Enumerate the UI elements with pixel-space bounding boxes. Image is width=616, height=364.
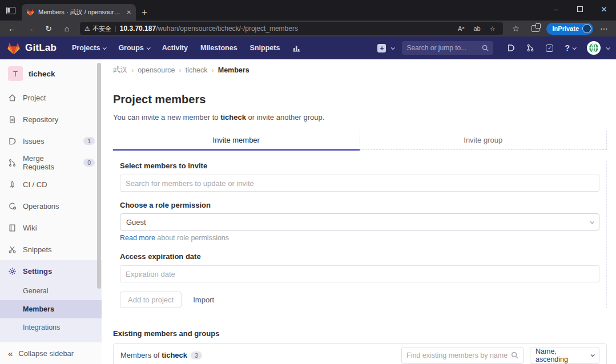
favorites-icon[interactable]: ☆: [508, 22, 525, 35]
nav-milestones[interactable]: Milestones: [195, 44, 243, 52]
read-more-link[interactable]: Read more: [120, 234, 155, 242]
home-button[interactable]: ⌂: [58, 22, 75, 35]
inprivate-badge[interactable]: InPrivate: [546, 23, 593, 35]
security-chip[interactable]: ⚠ 不安全: [84, 25, 111, 33]
sidebar-item-repository[interactable]: Repository: [0, 108, 102, 130]
nav-projects-label: Projects: [72, 44, 100, 52]
close-window-button[interactable]: ✕: [592, 0, 616, 18]
brand-name: GitLab: [25, 42, 57, 54]
nav-statistics[interactable]: [287, 44, 306, 52]
select-members-label: Select members to invite: [120, 161, 599, 170]
maximize-button[interactable]: [568, 0, 592, 18]
nav-activity-label: Activity: [162, 44, 188, 52]
find-members-input[interactable]: [406, 351, 508, 359]
chevron-down-icon: [391, 46, 395, 50]
subtitle-suffix: or invite another group.: [246, 113, 324, 122]
url-host: 10.3.70.187: [120, 25, 156, 33]
browser-toolbar: ← → ↻ ⌂ ⚠ 不安全 | 10.3.70.187/wuhan/openso…: [0, 21, 616, 37]
sidebar-item-settings[interactable]: Settings: [0, 260, 102, 282]
sidebar-item-label: Repository: [23, 115, 95, 124]
help-menu-button[interactable]: ?: [560, 43, 580, 52]
project-name: ticheck: [29, 70, 55, 78]
sub-item-label: Members: [23, 305, 54, 313]
nav-snippets-label: Snippets: [250, 44, 280, 52]
collections-icon[interactable]: [527, 22, 544, 35]
user-avatar: [587, 41, 601, 55]
sidebar-item-merge-requests[interactable]: Merge Requests 0: [0, 152, 102, 173]
add-to-project-button[interactable]: Add to project: [120, 292, 182, 308]
tab-close-icon[interactable]: ✕: [127, 9, 131, 15]
forward-button[interactable]: →: [22, 22, 39, 35]
address-bar[interactable]: ⚠ 不安全 | 10.3.70.187/wuhan/opensource/tic…: [80, 22, 503, 35]
todo-icon: ✓: [546, 45, 553, 52]
todos-button[interactable]: ✓: [541, 45, 558, 52]
collapse-label: Collapse sidebar: [18, 349, 74, 358]
chevron-down-icon: [103, 46, 107, 50]
nav-snippets[interactable]: Snippets: [245, 44, 285, 52]
tab-actions-icon: [6, 7, 15, 14]
nav-activity[interactable]: Activity: [157, 44, 193, 52]
find-members-field[interactable]: [401, 347, 524, 364]
sidebar-item-project[interactable]: Project: [0, 87, 102, 108]
toolbar-right: ☆ InPrivate ⋯: [508, 22, 613, 35]
sidebar-item-label: Issues: [23, 137, 77, 145]
members-search-input[interactable]: [120, 175, 599, 192]
merge-requests-button[interactable]: [522, 44, 539, 52]
search-icon: [511, 351, 518, 359]
chevron-down-icon: [606, 46, 610, 50]
browser-menu-icon[interactable]: ⋯: [595, 22, 613, 35]
refresh-button[interactable]: ↻: [40, 22, 57, 35]
search-placeholder: Search or jump to...: [406, 44, 478, 52]
sidebar-item-snippets[interactable]: Snippets: [0, 238, 102, 260]
import-button[interactable]: Import: [191, 292, 216, 308]
rocket-icon: [8, 180, 17, 189]
sidebar-item-cicd[interactable]: CI / CD: [0, 173, 102, 195]
settings-sub-general[interactable]: General: [0, 282, 102, 300]
tab-invite-member[interactable]: Invite member: [113, 131, 360, 151]
read-aloud-icon[interactable]: Aᵃ: [455, 25, 467, 32]
chevron-down-icon: [146, 46, 150, 50]
sort-dropdown[interactable]: Name, ascending: [530, 347, 599, 364]
back-button[interactable]: ←: [3, 22, 21, 35]
settings-sub-integrations[interactable]: Integrations: [0, 318, 102, 337]
sidebar-item-label: Snippets: [23, 245, 95, 254]
project-context[interactable]: T ticheck: [0, 59, 102, 87]
help-icon: ?: [565, 43, 570, 52]
tab-actions-button[interactable]: [0, 0, 22, 21]
minimize-button[interactable]: –: [544, 0, 568, 18]
new-tab-button[interactable]: +: [136, 4, 153, 21]
tab-invite-group[interactable]: Invite group: [360, 131, 607, 149]
sidebar-item-wiki[interactable]: Wiki: [0, 217, 102, 238]
breadcrumb-subgroup[interactable]: opensource: [138, 66, 175, 74]
gitlab-logo[interactable]: GitLab: [7, 42, 57, 55]
expiration-date-input[interactable]: [120, 265, 599, 282]
existing-members-heading: Existing members and groups: [113, 329, 607, 338]
url-text: 10.3.70.187/wuhan/opensource/ticheck/-/p…: [120, 25, 298, 33]
url-path: /wuhan/opensource/ticheck/-/project_memb…: [156, 25, 298, 33]
user-menu-button[interactable]: [582, 41, 609, 55]
members-count-badge: 3: [191, 351, 202, 359]
role-select[interactable]: Guest: [120, 213, 599, 230]
members-card: Members of ticheck 3 Name, ascending: [113, 343, 607, 364]
sidebar-item-issues[interactable]: Issues 1: [0, 130, 102, 152]
browser-tab[interactable]: Members · 武汉 / opensource / ... ✕: [22, 4, 136, 21]
home-icon: [8, 94, 17, 102]
collapse-sidebar-button[interactable]: « Collapse sidebar: [0, 342, 102, 364]
breadcrumb-group[interactable]: 武汉: [113, 65, 127, 75]
translate-icon[interactable]: ab: [470, 25, 483, 32]
nav-projects[interactable]: Projects: [67, 44, 111, 52]
nav-groups[interactable]: Groups: [113, 44, 154, 52]
role-permission-label: Choose a role permission: [120, 201, 599, 209]
issues-dashboard-button[interactable]: [502, 44, 520, 52]
sidebar-scrollbar[interactable]: [97, 63, 101, 289]
new-menu-button[interactable]: +: [377, 44, 394, 52]
chevron-down-icon: [573, 46, 577, 50]
settings-sub-members[interactable]: Members: [0, 300, 102, 318]
add-favorite-icon[interactable]: ☆: [487, 25, 498, 33]
breadcrumb-project[interactable]: ticheck: [186, 66, 208, 74]
global-search[interactable]: Search or jump to...: [402, 41, 493, 55]
search-icon: [482, 45, 489, 51]
sidebar-item-operations[interactable]: Operations: [0, 195, 102, 217]
chevron-down-icon: [591, 353, 595, 357]
breadcrumb-current: Members: [218, 66, 249, 74]
